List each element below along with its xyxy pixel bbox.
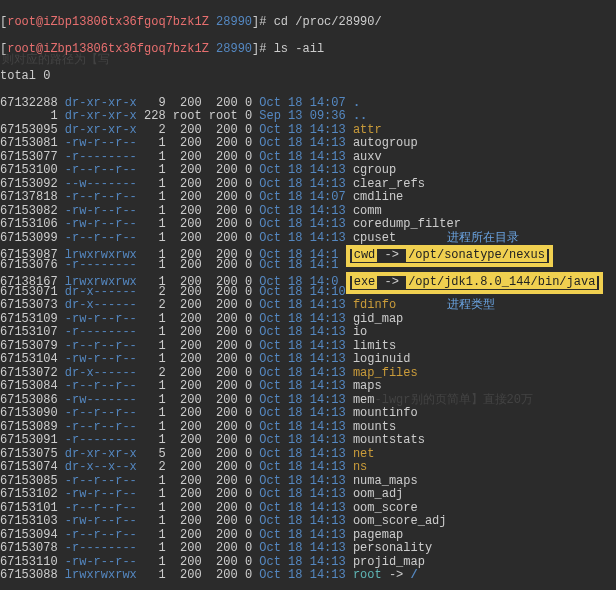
ls-row: 67153079 -r--r--r-- 1 200 200 0 Oct 18 1…: [0, 340, 616, 354]
ls-row: 67153072 dr-x------ 2 200 200 0 Oct 18 1…: [0, 367, 616, 381]
ls-row: 67153088 lrwxrwxrwx 1 200 200 0 Oct 18 1…: [0, 569, 616, 583]
terminal-output: [root@iZbp13806tx36fgoq7bzk1Z 28990]# cd…: [0, 0, 616, 590]
ls-row: 67153085 -r--r--r-- 1 200 200 0 Oct 18 1…: [0, 475, 616, 489]
ls-row: 67153087 lrwxrwxrwx 1 200 200 0 Oct 18 1…: [0, 245, 616, 259]
ls-row: 67153091 -r-------- 1 200 200 0 Oct 18 1…: [0, 434, 616, 448]
ls-row: 67153082 -rw-r--r-- 1 200 200 0 Oct 18 1…: [0, 205, 616, 219]
ls-row: 67153075 dr-xr-xr-x 5 200 200 0 Oct 18 1…: [0, 448, 616, 462]
ls-row: 67153110 -rw-r--r-- 1 200 200 0 Oct 18 1…: [0, 556, 616, 570]
ls-row: 67153102 -rw-r--r-- 1 200 200 0 Oct 18 1…: [0, 488, 616, 502]
ls-row: 67153081 -rw-r--r-- 1 200 200 0 Oct 18 1…: [0, 137, 616, 151]
ls-row: 67153107 -r-------- 1 200 200 0 Oct 18 1…: [0, 326, 616, 340]
ls-row: 67153094 -r--r--r-- 1 200 200 0 Oct 18 1…: [0, 529, 616, 543]
prompt-line-2: [root@iZbp13806tx36fgoq7bzk1Z 28990]# ls…: [0, 43, 616, 57]
ls-row: 67153092 --w------- 1 200 200 0 Oct 18 1…: [0, 178, 616, 192]
ls-row: 1 dr-xr-xr-x 228 root root 0 Sep 13 09:3…: [0, 110, 616, 124]
total-line: total 0: [0, 70, 616, 84]
ls-row: 67132288 dr-xr-xr-x 9 200 200 0 Oct 18 1…: [0, 97, 616, 111]
ls-row: 67153103 -rw-r--r-- 1 200 200 0 Oct 18 1…: [0, 515, 616, 529]
ls-row: 67153101 -r--r--r-- 1 200 200 0 Oct 18 1…: [0, 502, 616, 516]
ls-row: 67153099 -r--r--r-- 1 200 200 0 Oct 18 1…: [0, 232, 616, 246]
ls-row: 67153090 -r--r--r-- 1 200 200 0 Oct 18 1…: [0, 407, 616, 421]
ls-row: 67137818 -r--r--r-- 1 200 200 0 Oct 18 1…: [0, 191, 616, 205]
ls-row: 67153086 -rw------- 1 200 200 0 Oct 18 1…: [0, 394, 616, 408]
ls-row: 67153077 -r-------- 1 200 200 0 Oct 18 1…: [0, 151, 616, 165]
prompt-line-1: [root@iZbp13806tx36fgoq7bzk1Z 28990]# cd…: [0, 16, 616, 30]
ls-row: 67153089 -r--r--r-- 1 200 200 0 Oct 18 1…: [0, 421, 616, 435]
ls-row: 67153095 dr-xr-xr-x 2 200 200 0 Oct 18 1…: [0, 124, 616, 138]
ls-row: 67153106 -rw-r--r-- 1 200 200 0 Oct 18 1…: [0, 218, 616, 232]
ls-row: 67153104 -rw-r--r-- 1 200 200 0 Oct 18 1…: [0, 353, 616, 367]
ls-row: 67153074 dr-x--x--x 2 200 200 0 Oct 18 1…: [0, 461, 616, 475]
ls-row: 67153100 -r--r--r-- 1 200 200 0 Oct 18 1…: [0, 164, 616, 178]
ls-row: 67138167 lrwxrwxrwx 1 200 200 0 Oct 18 1…: [0, 272, 616, 286]
ls-row: 67153073 dr-x------ 2 200 200 0 Oct 18 1…: [0, 299, 616, 313]
ls-row: 67153084 -r--r--r-- 1 200 200 0 Oct 18 1…: [0, 380, 616, 394]
ls-row: 67153109 -rw-r--r-- 1 200 200 0 Oct 18 1…: [0, 313, 616, 327]
ls-row: 67153078 -r-------- 1 200 200 0 Oct 18 1…: [0, 542, 616, 556]
